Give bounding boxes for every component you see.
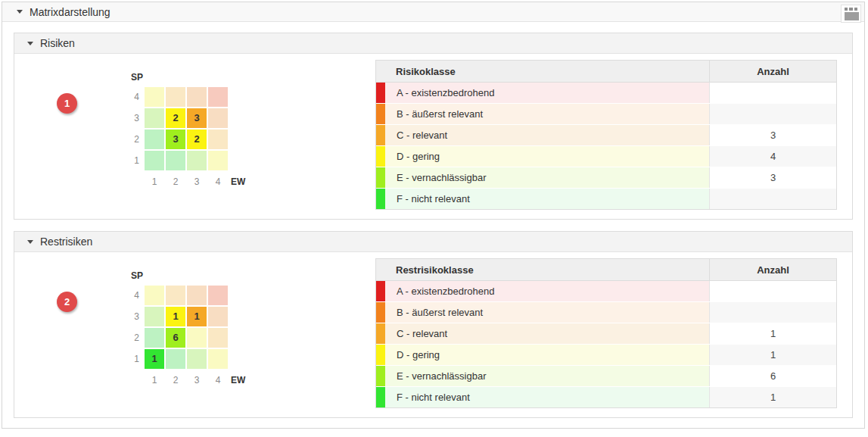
count-column-header: Anzahl [709, 259, 836, 280]
matrix-row-label: 4 [131, 92, 143, 102]
matrix-col-label: 2 [166, 375, 185, 385]
matrix-cell [145, 130, 164, 149]
matrix-cell [145, 307, 164, 326]
panel-risiken: Risiken 1 SP 432323211234EW Risikoklasse… [14, 33, 853, 220]
class-color-chip [376, 323, 385, 344]
class-label: D - gering [385, 146, 709, 167]
class-label: D - gering [385, 345, 709, 365]
matrix-cell: 3 [166, 130, 185, 149]
table-row: E - vernachlässigbar3 [376, 167, 836, 188]
matrix-cell: 1 [145, 349, 164, 369]
class-count: 6 [709, 366, 836, 386]
matrix-row-label: 4 [131, 290, 143, 301]
class-label: C - relevant [385, 125, 709, 145]
matrix-cell [145, 286, 164, 305]
class-count [709, 83, 836, 103]
matrix-row-label: 3 [131, 311, 143, 322]
panel-risiken-header[interactable]: Risiken [14, 33, 852, 54]
matrix-cell [187, 151, 207, 170]
table-row: A - existenzbedrohend [376, 83, 836, 103]
residual-risk-matrix: SP 431126111234EW [131, 270, 249, 390]
page-title: Matrixdarstellung [30, 6, 110, 18]
matrix-cell [145, 108, 164, 128]
table-row: D - gering4 [376, 146, 836, 167]
class-label: E - vernachlässigbar [385, 167, 709, 188]
matrix-row-label: 3 [131, 113, 143, 123]
matrix-view-container: Matrixdarstellung Risiken 1 SP 432323211… [2, 2, 865, 429]
matrix-col-label: 4 [208, 176, 228, 187]
risk-class-table: Risikoklasse Anzahl A - existenzbedrohen… [375, 60, 837, 210]
sp-axis-label: SP [131, 72, 249, 83]
table-body: A - existenzbedrohendB - äußerst relevan… [376, 281, 836, 407]
class-label: A - existenzbedrohend [385, 281, 709, 301]
item-number-badge: 2 [57, 292, 77, 312]
item-number-badge: 1 [57, 93, 77, 114]
matrix-cell [166, 286, 185, 305]
class-count: 3 [709, 167, 836, 188]
matrix-row-label: 2 [131, 332, 143, 343]
residual-risk-matrix-grid: 431126111234EW [131, 286, 249, 390]
risk-matrix-grid: 432323211234EW [131, 87, 249, 192]
class-color-chip [376, 189, 385, 209]
table-layout-icon[interactable] [841, 5, 861, 23]
class-label: A - existenzbedrohend [385, 83, 709, 103]
class-count [709, 302, 836, 323]
class-column-header: Risikoklasse [376, 61, 709, 82]
table-row: C - relevant1 [376, 323, 836, 344]
count-column-header: Anzahl [709, 61, 836, 82]
collapse-chevron-icon[interactable] [17, 10, 23, 14]
matrix-cell: 2 [187, 130, 207, 149]
class-color-chip [376, 302, 385, 323]
class-count: 4 [709, 146, 836, 167]
class-color-chip [376, 125, 385, 145]
matrix-cell [166, 151, 185, 170]
matrix-view-header[interactable]: Matrixdarstellung [2, 2, 864, 22]
class-count: 1 [709, 345, 836, 365]
risk-matrix: SP 432323211234EW [131, 72, 249, 192]
matrix-cell [187, 87, 207, 107]
matrix-cell [145, 151, 164, 170]
matrix-cell [208, 328, 228, 348]
class-color-chip [376, 345, 385, 365]
class-label: B - äußerst relevant [385, 104, 709, 124]
matrix-cell: 1 [166, 307, 185, 326]
matrix-cell: 2 [166, 108, 185, 128]
matrix-cell [187, 286, 207, 305]
table-header-row: Risikoklasse Anzahl [376, 61, 836, 83]
class-color-chip [376, 83, 385, 103]
panel-title: Restrisiken [40, 236, 92, 248]
table-row: F - nicht relevant [376, 189, 836, 209]
class-column-header: Restrisikoklasse [376, 259, 709, 280]
table-header-row: Restrisikoklasse Anzahl [376, 259, 836, 281]
class-color-chip [376, 281, 385, 301]
matrix-col-label: 3 [187, 176, 207, 187]
ew-axis-label: EW [229, 176, 249, 187]
panel-restrisiken-header[interactable]: Restrisiken [14, 232, 852, 252]
matrix-cell: 1 [187, 307, 207, 326]
collapse-chevron-icon[interactable] [27, 240, 33, 244]
matrix-cell [145, 328, 164, 348]
class-label: F - nicht relevant [385, 387, 709, 407]
matrix-cell [208, 307, 228, 326]
class-color-chip [376, 167, 385, 188]
table-layout-icon-block [845, 12, 859, 20]
class-count [709, 281, 836, 301]
sp-axis-label: SP [131, 270, 249, 281]
class-label: B - äußerst relevant [385, 302, 709, 323]
matrix-row-label: 1 [131, 155, 143, 166]
matrix-col-label: 1 [145, 375, 164, 385]
class-count [709, 104, 836, 124]
matrix-col-label: 3 [187, 375, 207, 385]
matrix-cell [208, 151, 228, 170]
table-row: E - vernachlässigbar6 [376, 366, 836, 386]
class-label: E - vernachlässigbar [385, 366, 709, 386]
matrix-cell [208, 286, 228, 305]
matrix-cell [208, 87, 228, 107]
matrix-cell [208, 349, 228, 369]
table-row: A - existenzbedrohend [376, 281, 836, 301]
matrix-cell: 3 [187, 108, 207, 128]
table-row: B - äußerst relevant [376, 302, 836, 323]
collapse-chevron-icon[interactable] [27, 42, 33, 45]
panel-restrisiken: Restrisiken 2 SP 431126111234EW Restrisi… [14, 231, 853, 418]
matrix-col-label: 2 [166, 176, 185, 187]
